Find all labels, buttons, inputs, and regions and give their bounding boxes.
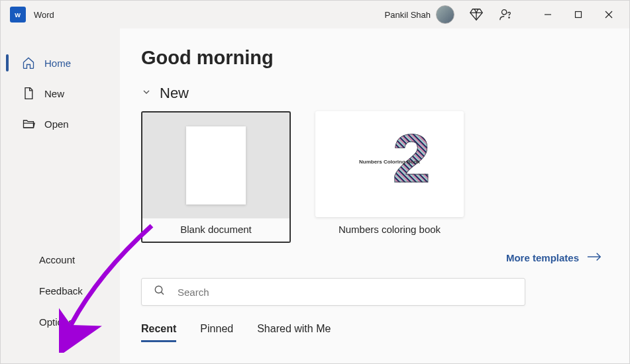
close-button[interactable] bbox=[594, 1, 624, 28]
tab-pinned[interactable]: Pinned bbox=[200, 323, 233, 342]
diamond-icon[interactable] bbox=[469, 7, 484, 22]
sidebar-item-label: New bbox=[44, 88, 64, 99]
greeting-heading: Good morning bbox=[141, 47, 629, 69]
svg-text:W: W bbox=[15, 12, 21, 19]
home-icon bbox=[22, 56, 35, 69]
chevron-down-icon bbox=[141, 87, 152, 100]
user-account[interactable]: Pankil Shah bbox=[385, 5, 454, 24]
sidebar-item-open[interactable]: Open bbox=[1, 109, 120, 138]
titlebar-left: W Word bbox=[10, 7, 54, 23]
arrow-right-icon bbox=[587, 252, 602, 263]
sidebar-item-label: Home bbox=[44, 58, 71, 69]
search-box[interactable] bbox=[141, 278, 525, 306]
template-thumbnail bbox=[141, 111, 291, 218]
svg-point-2 bbox=[509, 17, 509, 18]
sidebar-item-new[interactable]: New bbox=[1, 79, 120, 108]
more-templates-label: More templates bbox=[506, 252, 579, 263]
person-question-icon[interactable] bbox=[498, 7, 513, 22]
search-input[interactable] bbox=[178, 287, 513, 298]
sidebar-item-label: Feedback bbox=[39, 285, 83, 296]
template-numbers-coloring-book[interactable]: 2 Numbers Coloring Book Numbers coloring… bbox=[315, 111, 464, 243]
sidebar-item-home[interactable]: Home bbox=[1, 48, 120, 77]
doc-tabs: Recent Pinned Shared with Me bbox=[141, 323, 629, 342]
search-icon bbox=[154, 285, 166, 299]
svg-point-8 bbox=[155, 286, 162, 293]
sidebar-item-label: Account bbox=[39, 254, 75, 265]
app-title: Word bbox=[34, 10, 54, 20]
minimize-button[interactable] bbox=[533, 1, 563, 28]
templates-row: Blank document 2 Numbers Coloring Book N… bbox=[141, 111, 629, 243]
maximize-button[interactable] bbox=[563, 1, 594, 28]
svg-line-9 bbox=[161, 292, 164, 295]
sidebar-item-label: Open bbox=[44, 118, 69, 130]
section-title: New bbox=[160, 85, 189, 102]
tab-recent[interactable]: Recent bbox=[141, 323, 176, 342]
titlebar: W Word Pankil Shah bbox=[1, 1, 629, 28]
svg-rect-4 bbox=[576, 12, 582, 18]
avatar bbox=[436, 5, 454, 24]
template-blank-document[interactable]: Blank document bbox=[141, 111, 291, 243]
more-templates-link[interactable]: More templates bbox=[506, 252, 602, 263]
folder-icon bbox=[22, 117, 35, 130]
word-app-icon: W bbox=[10, 7, 26, 23]
template-thumbnail: 2 Numbers Coloring Book bbox=[315, 111, 464, 217]
sidebar-item-feedback[interactable]: Feedback bbox=[1, 276, 120, 306]
new-section-header[interactable]: New bbox=[141, 85, 629, 102]
coloring-thumb-text: Numbers Coloring Book bbox=[359, 159, 420, 165]
titlebar-right: Pankil Shah bbox=[385, 1, 629, 28]
sidebar-item-account[interactable]: Account bbox=[1, 245, 120, 275]
template-label: Numbers coloring book bbox=[339, 220, 441, 242]
page-icon bbox=[22, 87, 35, 100]
window-controls bbox=[533, 1, 624, 28]
sidebar-item-label: Options bbox=[39, 316, 74, 328]
sidebar-item-options[interactable]: Options bbox=[1, 307, 120, 337]
svg-point-1 bbox=[502, 10, 507, 15]
user-name: Pankil Shah bbox=[385, 10, 431, 20]
template-label: Blank document bbox=[142, 220, 289, 242]
tab-shared-with-me[interactable]: Shared with Me bbox=[257, 323, 331, 342]
blank-page-icon bbox=[186, 126, 246, 205]
sidebar: Home New Open Account Feedback bbox=[1, 28, 120, 363]
main-content: Good morning New Blank document 2 bbox=[120, 28, 629, 363]
